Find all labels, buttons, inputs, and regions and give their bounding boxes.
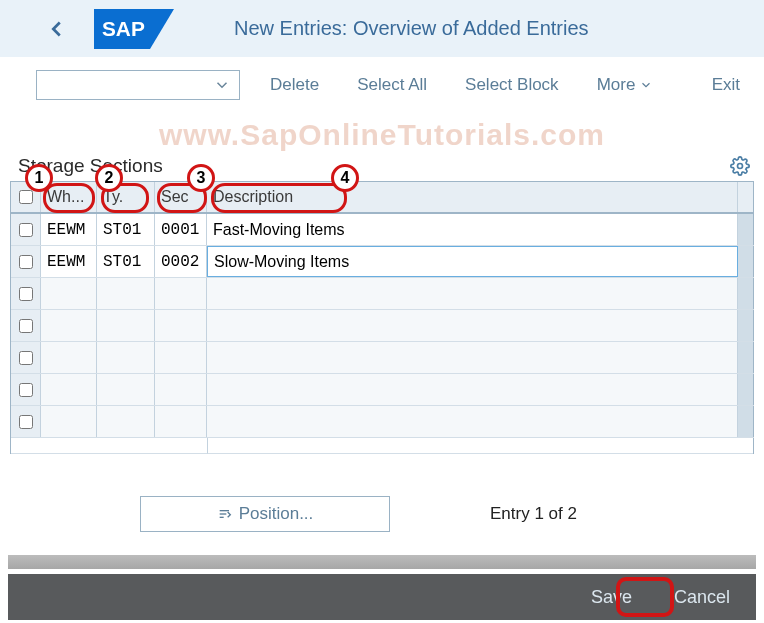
svg-text:SAP: SAP [102,17,145,40]
wh-input[interactable] [47,221,90,239]
col-header-description[interactable]: Description [207,182,738,212]
wh-input[interactable] [47,381,90,399]
sec-input[interactable] [161,413,200,431]
select-all-button[interactable]: Select All [357,75,427,95]
sec-input[interactable] [161,285,200,303]
more-label: More [597,75,636,95]
exit-button[interactable]: Exit [712,75,740,95]
description-input[interactable] [213,285,731,303]
ty-input[interactable] [103,221,148,239]
table-row [11,278,754,310]
toolbar: Delete Select All Select Block More Exit [0,57,764,113]
select-block-button[interactable]: Select Block [465,75,559,95]
sap-logo: SAP [94,9,174,49]
position-button[interactable]: Position... [140,496,390,532]
description-input[interactable] [213,349,731,367]
scrollbar-track[interactable] [738,246,754,277]
save-button[interactable]: Save [579,581,644,614]
wh-input[interactable] [47,285,90,303]
ty-input[interactable] [103,317,148,335]
row-checkbox[interactable] [19,383,33,397]
description-input[interactable] [213,317,731,335]
description-input[interactable] [213,413,731,431]
table-row [11,214,754,246]
table-row [11,246,754,278]
sec-input[interactable] [161,221,200,239]
delete-button[interactable]: Delete [270,75,319,95]
scrollbar-track[interactable] [738,342,754,373]
ty-input[interactable] [103,413,148,431]
row-checkbox[interactable] [19,415,33,429]
watermark-text: www.SapOnlineTutorials.com [0,118,764,152]
scrollbar-track[interactable] [738,310,754,341]
ty-input[interactable] [103,349,148,367]
row-checkbox[interactable] [19,223,33,237]
back-button[interactable] [40,12,74,46]
annotation-1: 1 [25,164,53,192]
wh-input[interactable] [47,413,90,431]
ty-input[interactable] [103,381,148,399]
scrollbar-track[interactable] [738,214,754,245]
page-title: New Entries: Overview of Added Entries [234,17,589,40]
gear-icon[interactable] [730,156,750,176]
select-all-checkbox[interactable] [19,190,33,204]
table-header-row: Wh... Ty. Sec Description [11,182,754,214]
annotation-4: 4 [331,164,359,192]
header-bar: SAP New Entries: Overview of Added Entri… [0,0,764,57]
ty-input[interactable] [103,253,148,271]
more-menu[interactable]: More [597,75,654,95]
svg-point-2 [738,164,743,169]
table-row [11,374,754,406]
horizontal-scrollbar[interactable] [8,555,756,569]
row-checkbox[interactable] [19,255,33,269]
wh-input[interactable] [47,317,90,335]
sec-input[interactable] [161,381,200,399]
wh-input[interactable] [47,253,90,271]
description-input[interactable] [213,381,731,399]
sec-input[interactable] [161,349,200,367]
annotation-3: 3 [187,164,215,192]
position-label: Position... [239,504,314,524]
footer-bar: Save Cancel [8,574,756,620]
table-row [11,342,754,374]
ty-input[interactable] [103,285,148,303]
scrollbar-track[interactable] [738,374,754,405]
row-checkbox[interactable] [19,319,33,333]
table-bottom-gap [11,438,754,454]
sec-input[interactable] [161,253,200,271]
variant-dropdown[interactable] [36,70,240,100]
row-checkbox[interactable] [19,287,33,301]
scrollbar-track[interactable] [738,278,754,309]
wh-input[interactable] [47,349,90,367]
description-input[interactable] [213,221,731,239]
annotation-2: 2 [95,164,123,192]
row-checkbox[interactable] [19,351,33,365]
description-input[interactable] [214,253,731,271]
scrollbar-header [738,182,754,212]
entry-counter: Entry 1 of 2 [490,504,577,524]
cancel-button[interactable]: Cancel [662,581,742,614]
scrollbar-track[interactable] [738,406,754,437]
table-row [11,406,754,438]
sec-input[interactable] [161,317,200,335]
table-row [11,310,754,342]
storage-sections-table: 1 2 3 4 Wh... Ty. Sec Description [10,181,754,454]
